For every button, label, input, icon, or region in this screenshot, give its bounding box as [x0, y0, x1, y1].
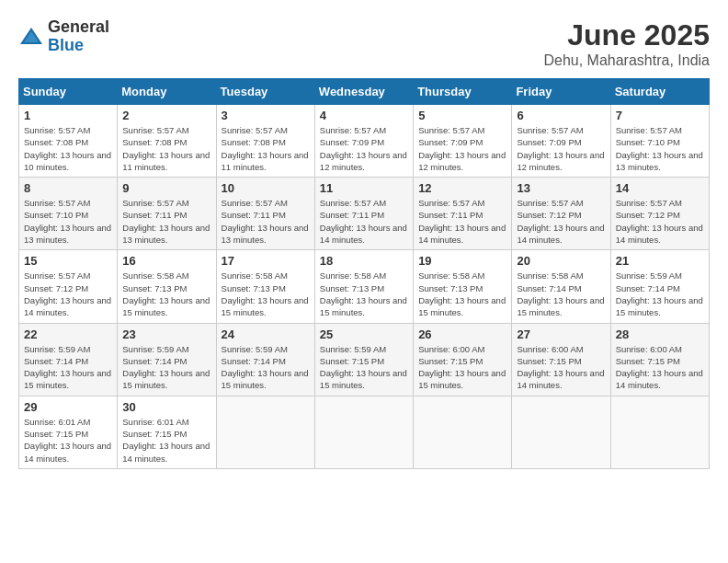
calendar-cell: 2Sunrise: 5:57 AMSunset: 7:08 PMDaylight…	[118, 105, 216, 178]
calendar-cell: 28Sunrise: 6:00 AMSunset: 7:15 PMDayligh…	[610, 323, 709, 396]
logo-general-text: General	[48, 18, 109, 37]
day-info: Sunrise: 6:01 AMSunset: 7:15 PMDaylight:…	[24, 416, 112, 465]
day-number: 25	[320, 327, 408, 341]
day-info: Sunrise: 5:59 AMSunset: 7:14 PMDaylight:…	[24, 343, 112, 392]
calendar-week-4: 29Sunrise: 6:01 AMSunset: 7:15 PMDayligh…	[19, 396, 710, 468]
day-number: 16	[122, 254, 210, 268]
header-row: Sunday Monday Tuesday Wednesday Thursday…	[19, 79, 710, 105]
calendar-cell: 14Sunrise: 5:57 AMSunset: 7:12 PMDayligh…	[610, 178, 709, 250]
day-info: Sunrise: 5:57 AMSunset: 7:08 PMDaylight:…	[222, 124, 310, 173]
day-number: 1	[24, 109, 112, 122]
day-number: 4	[320, 109, 408, 122]
day-info: Sunrise: 5:59 AMSunset: 7:15 PMDaylight:…	[320, 343, 408, 392]
day-number: 24	[222, 327, 310, 341]
day-info: Sunrise: 5:58 AMSunset: 7:13 PMDaylight:…	[122, 270, 210, 318]
col-monday: Monday	[118, 79, 216, 105]
calendar-cell: 17Sunrise: 5:58 AMSunset: 7:13 PMDayligh…	[216, 250, 314, 323]
day-number: 15	[24, 254, 112, 268]
calendar-cell: 6Sunrise: 5:57 AMSunset: 7:09 PMDaylight…	[512, 105, 610, 178]
day-info: Sunrise: 5:57 AMSunset: 7:10 PMDaylight:…	[616, 124, 704, 173]
day-info: Sunrise: 5:57 AMSunset: 7:08 PMDaylight:…	[24, 124, 112, 173]
day-info: Sunrise: 5:57 AMSunset: 7:10 PMDaylight:…	[24, 197, 112, 246]
day-info: Sunrise: 5:57 AMSunset: 7:11 PMDaylight:…	[320, 197, 408, 246]
calendar-cell: 15Sunrise: 5:57 AMSunset: 7:12 PMDayligh…	[19, 250, 118, 323]
day-info: Sunrise: 5:57 AMSunset: 7:11 PMDaylight:…	[222, 197, 310, 246]
day-info: Sunrise: 5:58 AMSunset: 7:13 PMDaylight:…	[418, 270, 506, 318]
calendar-cell: 9Sunrise: 5:57 AMSunset: 7:11 PMDaylight…	[118, 178, 216, 250]
day-number: 30	[122, 400, 210, 414]
calendar-cell	[216, 396, 314, 468]
day-info: Sunrise: 5:57 AMSunset: 7:12 PMDaylight:…	[517, 197, 605, 246]
day-info: Sunrise: 6:00 AMSunset: 7:15 PMDaylight:…	[616, 343, 704, 392]
day-number: 29	[24, 400, 112, 414]
day-info: Sunrise: 5:57 AMSunset: 7:09 PMDaylight:…	[418, 124, 506, 173]
calendar-week-1: 8Sunrise: 5:57 AMSunset: 7:10 PMDaylight…	[19, 178, 710, 250]
header: General Blue June 2025 Dehu, Maharashtra…	[9, 9, 719, 74]
calendar-cell	[610, 396, 709, 468]
day-info: Sunrise: 5:58 AMSunset: 7:14 PMDaylight:…	[517, 270, 605, 318]
day-number: 26	[418, 327, 506, 341]
day-number: 18	[320, 254, 408, 268]
col-thursday: Thursday	[414, 79, 512, 105]
calendar-wrapper: Sunday Monday Tuesday Wednesday Thursday…	[9, 74, 719, 478]
day-info: Sunrise: 5:57 AMSunset: 7:08 PMDaylight:…	[122, 124, 210, 173]
calendar-cell: 8Sunrise: 5:57 AMSunset: 7:10 PMDaylight…	[19, 178, 118, 250]
calendar-cell	[512, 396, 610, 468]
calendar-cell	[314, 396, 413, 468]
col-friday: Friday	[512, 79, 610, 105]
calendar-cell: 10Sunrise: 5:57 AMSunset: 7:11 PMDayligh…	[216, 178, 314, 250]
calendar-cell: 26Sunrise: 6:00 AMSunset: 7:15 PMDayligh…	[414, 323, 512, 396]
calendar-cell: 27Sunrise: 6:00 AMSunset: 7:15 PMDayligh…	[512, 323, 610, 396]
calendar-cell: 11Sunrise: 5:57 AMSunset: 7:11 PMDayligh…	[314, 178, 413, 250]
calendar-week-3: 22Sunrise: 5:59 AMSunset: 7:14 PMDayligh…	[19, 323, 710, 396]
day-info: Sunrise: 6:00 AMSunset: 7:15 PMDaylight:…	[517, 343, 605, 392]
calendar-week-0: 1Sunrise: 5:57 AMSunset: 7:08 PMDaylight…	[19, 105, 710, 178]
day-number: 7	[616, 109, 704, 122]
calendar-week-2: 15Sunrise: 5:57 AMSunset: 7:12 PMDayligh…	[19, 250, 710, 323]
calendar-cell: 30Sunrise: 6:01 AMSunset: 7:15 PMDayligh…	[118, 396, 216, 468]
calendar-cell: 13Sunrise: 5:57 AMSunset: 7:12 PMDayligh…	[512, 178, 610, 250]
col-tuesday: Tuesday	[216, 79, 314, 105]
calendar-cell: 18Sunrise: 5:58 AMSunset: 7:13 PMDayligh…	[314, 250, 413, 323]
logo-text: General Blue	[48, 18, 109, 55]
calendar-body: 1Sunrise: 5:57 AMSunset: 7:08 PMDaylight…	[19, 105, 710, 469]
day-number: 19	[418, 254, 506, 268]
day-info: Sunrise: 5:59 AMSunset: 7:14 PMDaylight:…	[222, 343, 310, 392]
logo-icon	[18, 24, 44, 50]
calendar-cell	[414, 396, 512, 468]
day-number: 28	[616, 327, 704, 341]
calendar-cell: 22Sunrise: 5:59 AMSunset: 7:14 PMDayligh…	[19, 323, 118, 396]
calendar-cell: 5Sunrise: 5:57 AMSunset: 7:09 PMDaylight…	[414, 105, 512, 178]
day-number: 2	[122, 109, 210, 122]
calendar-cell: 1Sunrise: 5:57 AMSunset: 7:08 PMDaylight…	[19, 105, 118, 178]
calendar-cell: 19Sunrise: 5:58 AMSunset: 7:13 PMDayligh…	[414, 250, 512, 323]
col-sunday: Sunday	[19, 79, 118, 105]
day-info: Sunrise: 5:57 AMSunset: 7:11 PMDaylight:…	[122, 197, 210, 246]
month-title: June 2025	[543, 18, 710, 52]
day-number: 13	[517, 181, 605, 195]
col-wednesday: Wednesday	[314, 79, 413, 105]
day-info: Sunrise: 5:57 AMSunset: 7:12 PMDaylight:…	[24, 270, 112, 318]
day-number: 6	[517, 109, 605, 122]
day-info: Sunrise: 6:00 AMSunset: 7:15 PMDaylight:…	[418, 343, 506, 392]
title-area: June 2025 Dehu, Maharashtra, India	[543, 18, 710, 69]
day-number: 8	[24, 181, 112, 195]
calendar-cell: 25Sunrise: 5:59 AMSunset: 7:15 PMDayligh…	[314, 323, 413, 396]
day-info: Sunrise: 5:58 AMSunset: 7:13 PMDaylight:…	[222, 270, 310, 318]
day-number: 27	[517, 327, 605, 341]
day-info: Sunrise: 5:57 AMSunset: 7:11 PMDaylight:…	[418, 197, 506, 246]
logo-blue-text: Blue	[48, 37, 109, 55]
day-number: 11	[320, 181, 408, 195]
day-number: 3	[222, 109, 310, 122]
calendar-cell: 7Sunrise: 5:57 AMSunset: 7:10 PMDaylight…	[610, 105, 709, 178]
calendar-table: Sunday Monday Tuesday Wednesday Thursday…	[18, 78, 710, 469]
day-number: 23	[122, 327, 210, 341]
calendar-cell: 23Sunrise: 5:59 AMSunset: 7:14 PMDayligh…	[118, 323, 216, 396]
calendar-cell: 4Sunrise: 5:57 AMSunset: 7:09 PMDaylight…	[314, 105, 413, 178]
day-number: 22	[24, 327, 112, 341]
calendar-header: Sunday Monday Tuesday Wednesday Thursday…	[19, 79, 710, 105]
day-number: 17	[222, 254, 310, 268]
calendar-cell: 21Sunrise: 5:59 AMSunset: 7:14 PMDayligh…	[610, 250, 709, 323]
day-info: Sunrise: 5:59 AMSunset: 7:14 PMDaylight:…	[616, 270, 704, 318]
calendar-cell: 29Sunrise: 6:01 AMSunset: 7:15 PMDayligh…	[19, 396, 118, 468]
